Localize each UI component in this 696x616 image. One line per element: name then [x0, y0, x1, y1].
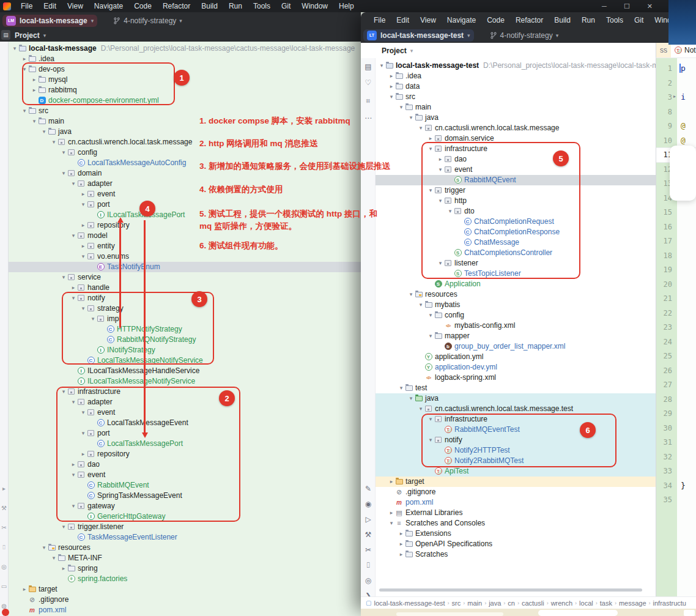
- chevron-down-icon[interactable]: ▾: [70, 472, 77, 478]
- tree-row[interactable]: ▾event: [9, 407, 361, 418]
- chevron-down-icon[interactable]: ▾: [80, 305, 87, 311]
- services-icon[interactable]: ◎: [0, 563, 8, 570]
- tree-row[interactable]: TApiTest: [376, 466, 656, 477]
- tree-row[interactable]: TNotify2RabbitMQTest: [376, 456, 656, 466]
- tree-row[interactable]: SChatCompletionsController: [376, 248, 656, 258]
- debug-icon[interactable]: ◉: [361, 500, 376, 508]
- breadcrumb-item[interactable]: java: [489, 599, 501, 607]
- tree-row[interactable]: ▾config: [376, 310, 656, 321]
- frame-icon[interactable]: ⌷: [0, 544, 8, 551]
- chevron-down-icon[interactable]: ▾: [70, 180, 77, 187]
- chevron-right-icon[interactable]: ▸: [398, 530, 405, 536]
- tree-row[interactable]: ▾java: [376, 113, 656, 123]
- tree-row[interactable]: ▾java: [376, 393, 656, 404]
- tree-row[interactable]: IGenericHttpGateway: [9, 511, 361, 522]
- tree-row[interactable]: CChatMessage: [376, 237, 656, 248]
- tree-row[interactable]: ▾java: [9, 127, 361, 137]
- left-project-panel-header[interactable]: Project ▾: [0, 29, 361, 42]
- tree-row[interactable]: </>mybatis-config.xml: [376, 321, 656, 331]
- editor-line[interactable]: 21: [656, 292, 696, 306]
- menu-window[interactable]: Window: [297, 1, 333, 12]
- tree-row[interactable]: Ddocker-compose-environment.yml: [9, 95, 361, 106]
- editor-line[interactable]: 17: [656, 234, 696, 248]
- tree-row[interactable]: ▾resources: [9, 543, 361, 553]
- tree-row[interactable]: ▾infrastructure: [9, 387, 361, 397]
- breadcrumb-item[interactable]: local-task-message-test: [374, 599, 445, 607]
- chevron-down-icon[interactable]: ▾: [50, 555, 57, 561]
- tree-row[interactable]: ▸target: [9, 584, 361, 595]
- close-icon[interactable]: ✕: [647, 2, 653, 10]
- chevron-down-icon[interactable]: ▾: [378, 62, 385, 69]
- tree-row[interactable]: ⊘.gitignore: [376, 487, 656, 497]
- chevron-down-icon[interactable]: ▾: [417, 125, 424, 131]
- chevron-down-icon[interactable]: ▾: [437, 260, 444, 266]
- chevron-right-icon[interactable]: ▸: [21, 586, 28, 592]
- menu-build[interactable]: Build: [549, 15, 576, 26]
- editor-line[interactable]: 35: [656, 493, 696, 507]
- tree-row[interactable]: ▾trigger: [376, 185, 656, 196]
- tree-row[interactable]: ▸.idea: [9, 54, 361, 64]
- tree-row[interactable]: </>logback-spring.xml: [376, 373, 656, 383]
- menu-tools[interactable]: Tools: [601, 15, 628, 26]
- tree-row[interactable]: TRabbitMQEventTest: [376, 425, 656, 435]
- chevron-down-icon[interactable]: ▾: [398, 385, 405, 391]
- chevron-down-icon[interactable]: ▾: [21, 108, 28, 114]
- editor-line[interactable]: 25: [656, 349, 696, 363]
- tree-row[interactable]: IILocalTaskMessageNotifyService: [9, 376, 361, 387]
- menu-edit[interactable]: Edit: [391, 15, 414, 26]
- chevron-down-icon[interactable]: ▾: [417, 406, 424, 412]
- minimize-icon[interactable]: ─: [602, 2, 607, 10]
- menu-code[interactable]: Code: [129, 1, 157, 12]
- editor-line[interactable]: 15: [656, 206, 696, 220]
- chevron-down-icon[interactable]: ▾: [21, 66, 28, 72]
- tree-row[interactable]: ▸dao: [9, 459, 361, 470]
- chevron-down-icon[interactable]: ▾: [80, 409, 87, 415]
- project-tool-window-icon[interactable]: ▤: [1, 30, 10, 40]
- tree-row[interactable]: SApplication: [376, 279, 656, 289]
- more-icon[interactable]: ⋯: [361, 114, 376, 122]
- tree-row[interactable]: ▾adapter: [9, 179, 361, 189]
- breadcrumb-item[interactable]: src: [452, 599, 461, 607]
- chevron-down-icon[interactable]: ▾: [417, 302, 424, 308]
- chevron-right-icon[interactable]: ▸: [80, 191, 87, 197]
- tools-icon[interactable]: ✂: [361, 546, 376, 554]
- tree-row[interactable]: ▸OpenAPI Specifications: [376, 539, 656, 549]
- menu-git[interactable]: Git: [629, 15, 648, 26]
- editor-line[interactable]: 27: [656, 378, 696, 392]
- commit-icon[interactable]: ✎: [361, 484, 376, 493]
- menu-file[interactable]: File: [16, 1, 37, 12]
- menu-view[interactable]: View: [62, 1, 88, 12]
- build-icon[interactable]: ⚒: [361, 530, 376, 539]
- tree-row[interactable]: ▾listener: [376, 258, 656, 269]
- editor-line[interactable]: 28: [656, 393, 696, 407]
- tree-row[interactable]: mpom.xml: [9, 605, 361, 615]
- chevron-down-icon[interactable]: ▾: [31, 118, 38, 124]
- tree-row[interactable]: ▾src: [376, 92, 656, 102]
- tree-row[interactable]: ▸data: [376, 81, 656, 92]
- tree-row[interactable]: ▸target: [376, 477, 656, 487]
- tree-row[interactable]: ▾cn.cactusli.wrench.local.task.message: [376, 123, 656, 133]
- window-icon[interactable]: ▭: [0, 583, 8, 590]
- tree-row[interactable]: ▸domain.service: [376, 133, 656, 144]
- tree-row[interactable]: ▸spring: [9, 563, 361, 574]
- tree-row[interactable]: STestTopicListener: [376, 269, 656, 279]
- chevron-down-icon[interactable]: ▾: [388, 94, 395, 100]
- chevron-down-icon[interactable]: ▾: [60, 149, 67, 155]
- tree-row[interactable]: ⚘spring.factories: [9, 574, 361, 584]
- breadcrumb-item[interactable]: main: [467, 599, 482, 607]
- horizontal-scrollbar[interactable]: [379, 588, 642, 592]
- tree-row[interactable]: ▾http: [376, 196, 656, 206]
- run-icon[interactable]: ▷: [361, 515, 376, 524]
- editor-line[interactable]: 29: [656, 407, 696, 421]
- chevron-down-icon[interactable]: ▾: [60, 274, 67, 280]
- tree-row[interactable]: ▾src: [9, 106, 361, 116]
- tree-row[interactable]: ETaskNotifyEnum: [9, 262, 361, 272]
- tree-row[interactable]: ▾mapper: [376, 331, 656, 341]
- menu-tools[interactable]: Tools: [248, 1, 275, 12]
- breadcrumb-item[interactable]: local: [579, 599, 593, 607]
- editor-line[interactable]: 19: [656, 263, 696, 277]
- editor-line[interactable]: 2: [656, 76, 696, 91]
- chevron-down-icon[interactable]: ▾: [427, 333, 434, 339]
- tree-row[interactable]: ▾local-task-message-testD:\Personal_proj…: [376, 61, 656, 71]
- menu-run[interactable]: Run: [224, 1, 247, 12]
